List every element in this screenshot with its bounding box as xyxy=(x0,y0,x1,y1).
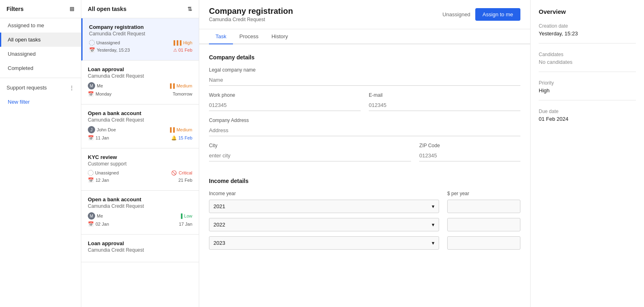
sidebar-item-unassigned[interactable]: Unassigned xyxy=(0,47,81,61)
city-input[interactable] xyxy=(209,150,411,161)
john-avatar: J xyxy=(88,126,95,133)
candidates-label: Candidates xyxy=(539,52,636,57)
priority-label: Medium xyxy=(176,127,192,132)
income-amount-2022[interactable] xyxy=(447,218,520,231)
work-phone-label: Work phone xyxy=(209,92,361,98)
zip-group: ZIP Code xyxy=(419,143,520,161)
task-due: ⚠ 01 Feb xyxy=(173,48,192,53)
overdue-icon: ⚠ xyxy=(173,48,177,53)
me-avatar: M xyxy=(88,212,95,220)
priority-label: Critical xyxy=(178,170,192,175)
task-date: 📅 Yesterday, 15:23 xyxy=(89,47,130,53)
priority-value: High xyxy=(539,87,636,94)
income-year-select-2023[interactable]: 2023 ▾ xyxy=(209,236,439,250)
due-label: 21 Feb xyxy=(178,178,192,183)
work-phone-input[interactable] xyxy=(209,100,361,111)
priority-label: High xyxy=(183,40,192,45)
due-label: 01 Feb xyxy=(178,48,192,52)
sidebar-item-assigned-to-me[interactable]: Assigned to me xyxy=(0,18,81,33)
tab-process[interactable]: Process xyxy=(233,29,265,44)
sidebar-item-new-filter[interactable]: New filter xyxy=(0,95,81,109)
phone-email-row: Work phone E-mail xyxy=(209,92,520,118)
task-meta-row2: 📅 Monday Tomorrow xyxy=(88,91,192,97)
sidebar-item-support-requests[interactable]: Support requests ⋮ xyxy=(0,81,81,95)
address-input[interactable] xyxy=(209,125,520,136)
task-card-kyc-review[interactable]: KYC review Customer support Unassigned 🚫… xyxy=(81,148,199,191)
task-title: Loan approval xyxy=(88,66,192,72)
city-zip-row: City ZIP Code xyxy=(209,143,520,168)
overview-title: Overview xyxy=(539,8,636,15)
date-label: 12 Jan xyxy=(96,178,109,183)
calendar-icon: 📅 xyxy=(88,221,94,227)
tab-bar: Task Process History xyxy=(199,29,530,44)
zip-input[interactable] xyxy=(419,150,520,161)
income-details-title: Income details xyxy=(209,178,520,184)
assignee-label: Me xyxy=(97,83,103,88)
sidebar-title: Filters xyxy=(7,6,24,12)
task-assignee: Unassigned xyxy=(89,40,120,46)
task-card-loan-approval[interactable]: Loan approval Camundia Credit Request M … xyxy=(81,61,199,105)
task-meta-row1: Unassigned 🚫 Critical xyxy=(88,170,192,176)
due-label: Tomorrow xyxy=(173,91,192,96)
task-meta-row1: J John Doe ▐▐ Medium xyxy=(88,126,192,133)
work-phone-group: Work phone xyxy=(209,92,361,111)
me-avatar: M xyxy=(88,82,95,89)
tab-history[interactable]: History xyxy=(265,29,294,44)
income-header-row: Income year $ per year xyxy=(209,191,520,196)
main-header-right: Unassigned Assign to me xyxy=(442,8,520,21)
income-year-value: 2022 xyxy=(213,222,225,228)
creation-date-label: Creation date xyxy=(539,23,636,29)
task-priority: ▐▐▐ High xyxy=(172,40,192,45)
income-year-select-2022[interactable]: 2022 ▾ xyxy=(209,218,439,231)
sidebar-item-completed[interactable]: Completed xyxy=(0,61,81,75)
task-title: Open a bank account xyxy=(88,110,192,116)
date-label: 02 Jan xyxy=(96,222,109,226)
income-row-2021: 2021 ▾ xyxy=(209,200,520,213)
due-date-value: 01 Feb 2024 xyxy=(539,116,636,122)
creation-date-value: Yesterday, 15:23 xyxy=(539,30,636,37)
city-group: City xyxy=(209,143,411,161)
overview-priority: Priority High xyxy=(539,80,636,100)
priority-icon: 🚫 xyxy=(171,170,177,176)
unassigned-icon xyxy=(88,170,94,176)
email-label: E-mail xyxy=(369,92,520,98)
income-amount-2023[interactable] xyxy=(447,236,520,250)
priority-label: Medium xyxy=(176,83,192,88)
sort-icon[interactable]: ⇅ xyxy=(187,6,192,12)
task-meta-row2: 📅 Yesterday, 15:23 ⚠ 01 Feb xyxy=(89,47,192,53)
assign-to-me-button[interactable]: Assign to me xyxy=(475,8,520,21)
income-year-value: 2021 xyxy=(213,203,225,209)
task-due: 21 Feb xyxy=(178,178,192,183)
task-priority: 🚫 Critical xyxy=(171,170,192,176)
overview-candidates: Candidates No candidates xyxy=(539,52,636,72)
task-card-open-bank-account[interactable]: Open a bank account Camundia Credit Requ… xyxy=(81,105,199,148)
sidebar-item-all-open-tasks[interactable]: All open tasks xyxy=(0,33,81,47)
task-meta-row2: 📅 11 Jan 🔔 15 Feb xyxy=(88,135,192,141)
task-meta-row2: 📅 02 Jan 17 Jan xyxy=(88,221,192,227)
grid-icon[interactable]: ⊞ xyxy=(70,6,74,12)
task-subtitle: Camundia Credit Request xyxy=(88,247,192,253)
income-year-select-2021[interactable]: 2021 ▾ xyxy=(209,200,439,213)
legal-name-group: Legal company name xyxy=(209,67,520,86)
legal-name-label: Legal company name xyxy=(209,67,520,73)
legal-name-input[interactable] xyxy=(209,74,520,86)
income-amount-2021[interactable] xyxy=(447,200,520,213)
sidebar: Filters ⊞ Assigned to me All open tasks … xyxy=(0,0,81,307)
task-card-loan-approval-2[interactable]: Loan approval Camundia Credit Request xyxy=(81,235,199,262)
priority-label: Priority xyxy=(539,80,636,86)
task-assignee: M Me xyxy=(88,212,103,220)
task-card-company-registration[interactable]: Company registration Camundia Credit Req… xyxy=(81,18,199,61)
sidebar-header: Filters ⊞ xyxy=(0,0,81,18)
overview-due-date: Due date 01 Feb 2024 xyxy=(539,109,636,128)
main-header: Company registration Camundia Credit Req… xyxy=(199,0,530,29)
email-input[interactable] xyxy=(369,100,520,111)
task-card-open-bank-account-2[interactable]: Open a bank account Camundia Credit Requ… xyxy=(81,191,199,235)
task-list: All open tasks ⇅ Company registration Ca… xyxy=(81,0,199,307)
chevron-down-icon: ▾ xyxy=(432,240,435,246)
task-title: Loan approval xyxy=(88,240,192,246)
task-meta-row1: Unassigned ▐▐▐ High xyxy=(89,40,192,46)
more-icon[interactable]: ⋮ xyxy=(69,85,74,91)
tab-task[interactable]: Task xyxy=(209,29,233,44)
main-content: Company registration Camundia Credit Req… xyxy=(199,0,530,307)
task-subtitle: Camundia Credit Request xyxy=(88,117,192,123)
